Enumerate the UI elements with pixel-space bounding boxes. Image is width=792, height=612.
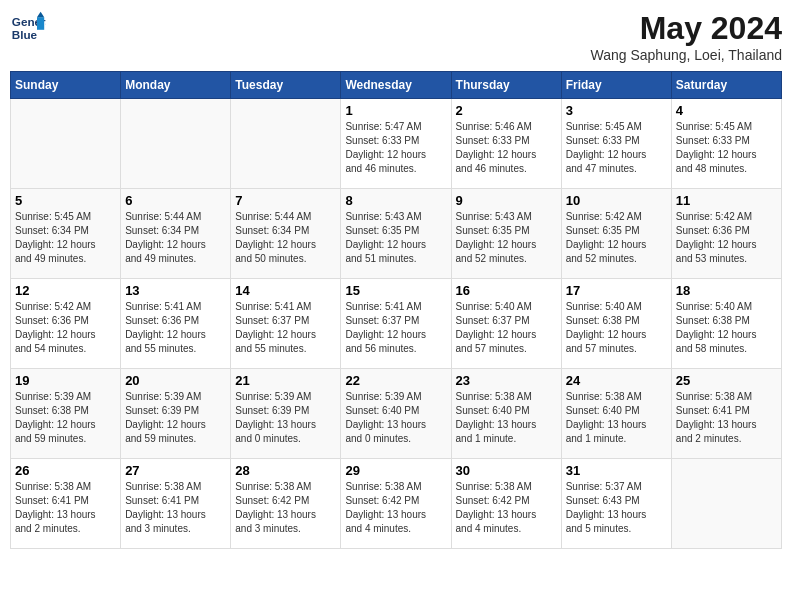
calendar-cell-1-3: 8Sunrise: 5:43 AM Sunset: 6:35 PM Daylig… — [341, 189, 451, 279]
day-number: 11 — [676, 193, 777, 208]
day-number: 7 — [235, 193, 336, 208]
calendar-cell-2-4: 16Sunrise: 5:40 AM Sunset: 6:37 PM Dayli… — [451, 279, 561, 369]
calendar-cell-3-0: 19Sunrise: 5:39 AM Sunset: 6:38 PM Dayli… — [11, 369, 121, 459]
calendar-cell-0-2 — [231, 99, 341, 189]
day-number: 18 — [676, 283, 777, 298]
day-info: Sunrise: 5:45 AM Sunset: 6:34 PM Dayligh… — [15, 210, 116, 266]
header-wednesday: Wednesday — [341, 72, 451, 99]
day-info: Sunrise: 5:38 AM Sunset: 6:41 PM Dayligh… — [125, 480, 226, 536]
day-number: 31 — [566, 463, 667, 478]
day-info: Sunrise: 5:44 AM Sunset: 6:34 PM Dayligh… — [125, 210, 226, 266]
day-info: Sunrise: 5:38 AM Sunset: 6:41 PM Dayligh… — [15, 480, 116, 536]
day-info: Sunrise: 5:44 AM Sunset: 6:34 PM Dayligh… — [235, 210, 336, 266]
calendar-cell-1-0: 5Sunrise: 5:45 AM Sunset: 6:34 PM Daylig… — [11, 189, 121, 279]
day-info: Sunrise: 5:39 AM Sunset: 6:39 PM Dayligh… — [125, 390, 226, 446]
day-info: Sunrise: 5:39 AM Sunset: 6:39 PM Dayligh… — [235, 390, 336, 446]
calendar-cell-2-2: 14Sunrise: 5:41 AM Sunset: 6:37 PM Dayli… — [231, 279, 341, 369]
day-info: Sunrise: 5:40 AM Sunset: 6:38 PM Dayligh… — [566, 300, 667, 356]
day-number: 19 — [15, 373, 116, 388]
calendar-table: Sunday Monday Tuesday Wednesday Thursday… — [10, 71, 782, 549]
calendar-cell-4-1: 27Sunrise: 5:38 AM Sunset: 6:41 PM Dayli… — [121, 459, 231, 549]
day-number: 10 — [566, 193, 667, 208]
day-info: Sunrise: 5:40 AM Sunset: 6:38 PM Dayligh… — [676, 300, 777, 356]
calendar-cell-0-0 — [11, 99, 121, 189]
weekday-header-row: Sunday Monday Tuesday Wednesday Thursday… — [11, 72, 782, 99]
calendar-cell-2-5: 17Sunrise: 5:40 AM Sunset: 6:38 PM Dayli… — [561, 279, 671, 369]
day-number: 27 — [125, 463, 226, 478]
day-number: 22 — [345, 373, 446, 388]
calendar-cell-3-2: 21Sunrise: 5:39 AM Sunset: 6:39 PM Dayli… — [231, 369, 341, 459]
calendar-cell-1-6: 11Sunrise: 5:42 AM Sunset: 6:36 PM Dayli… — [671, 189, 781, 279]
day-info: Sunrise: 5:43 AM Sunset: 6:35 PM Dayligh… — [456, 210, 557, 266]
calendar-cell-3-5: 24Sunrise: 5:38 AM Sunset: 6:40 PM Dayli… — [561, 369, 671, 459]
page-header: General Blue May 2024 Wang Saphung, Loei… — [10, 10, 782, 63]
week-row-5: 26Sunrise: 5:38 AM Sunset: 6:41 PM Dayli… — [11, 459, 782, 549]
logo: General Blue — [10, 10, 46, 46]
day-info: Sunrise: 5:42 AM Sunset: 6:36 PM Dayligh… — [676, 210, 777, 266]
calendar-cell-3-4: 23Sunrise: 5:38 AM Sunset: 6:40 PM Dayli… — [451, 369, 561, 459]
calendar-cell-3-6: 25Sunrise: 5:38 AM Sunset: 6:41 PM Dayli… — [671, 369, 781, 459]
calendar-cell-0-4: 2Sunrise: 5:46 AM Sunset: 6:33 PM Daylig… — [451, 99, 561, 189]
location: Wang Saphung, Loei, Thailand — [591, 47, 782, 63]
day-number: 14 — [235, 283, 336, 298]
header-saturday: Saturday — [671, 72, 781, 99]
day-info: Sunrise: 5:38 AM Sunset: 6:41 PM Dayligh… — [676, 390, 777, 446]
day-info: Sunrise: 5:42 AM Sunset: 6:35 PM Dayligh… — [566, 210, 667, 266]
day-info: Sunrise: 5:45 AM Sunset: 6:33 PM Dayligh… — [676, 120, 777, 176]
calendar-cell-0-1 — [121, 99, 231, 189]
day-info: Sunrise: 5:37 AM Sunset: 6:43 PM Dayligh… — [566, 480, 667, 536]
header-friday: Friday — [561, 72, 671, 99]
svg-text:Blue: Blue — [12, 28, 38, 41]
day-info: Sunrise: 5:47 AM Sunset: 6:33 PM Dayligh… — [345, 120, 446, 176]
day-info: Sunrise: 5:38 AM Sunset: 6:42 PM Dayligh… — [456, 480, 557, 536]
title-section: May 2024 Wang Saphung, Loei, Thailand — [591, 10, 782, 63]
calendar-cell-2-6: 18Sunrise: 5:40 AM Sunset: 6:38 PM Dayli… — [671, 279, 781, 369]
day-number: 23 — [456, 373, 557, 388]
day-number: 24 — [566, 373, 667, 388]
day-number: 28 — [235, 463, 336, 478]
day-info: Sunrise: 5:38 AM Sunset: 6:42 PM Dayligh… — [235, 480, 336, 536]
header-thursday: Thursday — [451, 72, 561, 99]
day-info: Sunrise: 5:38 AM Sunset: 6:42 PM Dayligh… — [345, 480, 446, 536]
day-number: 4 — [676, 103, 777, 118]
calendar-cell-3-1: 20Sunrise: 5:39 AM Sunset: 6:39 PM Dayli… — [121, 369, 231, 459]
calendar-cell-0-5: 3Sunrise: 5:45 AM Sunset: 6:33 PM Daylig… — [561, 99, 671, 189]
day-number: 15 — [345, 283, 446, 298]
header-monday: Monday — [121, 72, 231, 99]
day-info: Sunrise: 5:38 AM Sunset: 6:40 PM Dayligh… — [456, 390, 557, 446]
day-info: Sunrise: 5:45 AM Sunset: 6:33 PM Dayligh… — [566, 120, 667, 176]
calendar-cell-0-6: 4Sunrise: 5:45 AM Sunset: 6:33 PM Daylig… — [671, 99, 781, 189]
calendar-cell-4-5: 31Sunrise: 5:37 AM Sunset: 6:43 PM Dayli… — [561, 459, 671, 549]
calendar-cell-3-3: 22Sunrise: 5:39 AM Sunset: 6:40 PM Dayli… — [341, 369, 451, 459]
calendar-cell-4-2: 28Sunrise: 5:38 AM Sunset: 6:42 PM Dayli… — [231, 459, 341, 549]
day-info: Sunrise: 5:42 AM Sunset: 6:36 PM Dayligh… — [15, 300, 116, 356]
day-number: 21 — [235, 373, 336, 388]
day-number: 29 — [345, 463, 446, 478]
week-row-4: 19Sunrise: 5:39 AM Sunset: 6:38 PM Dayli… — [11, 369, 782, 459]
day-info: Sunrise: 5:39 AM Sunset: 6:40 PM Dayligh… — [345, 390, 446, 446]
day-number: 13 — [125, 283, 226, 298]
day-number: 16 — [456, 283, 557, 298]
header-tuesday: Tuesday — [231, 72, 341, 99]
day-number: 17 — [566, 283, 667, 298]
day-info: Sunrise: 5:40 AM Sunset: 6:37 PM Dayligh… — [456, 300, 557, 356]
calendar-cell-2-1: 13Sunrise: 5:41 AM Sunset: 6:36 PM Dayli… — [121, 279, 231, 369]
week-row-2: 5Sunrise: 5:45 AM Sunset: 6:34 PM Daylig… — [11, 189, 782, 279]
day-number: 3 — [566, 103, 667, 118]
day-info: Sunrise: 5:39 AM Sunset: 6:38 PM Dayligh… — [15, 390, 116, 446]
day-info: Sunrise: 5:41 AM Sunset: 6:37 PM Dayligh… — [345, 300, 446, 356]
day-info: Sunrise: 5:38 AM Sunset: 6:40 PM Dayligh… — [566, 390, 667, 446]
day-number: 1 — [345, 103, 446, 118]
day-number: 8 — [345, 193, 446, 208]
day-info: Sunrise: 5:41 AM Sunset: 6:37 PM Dayligh… — [235, 300, 336, 356]
calendar-cell-2-3: 15Sunrise: 5:41 AM Sunset: 6:37 PM Dayli… — [341, 279, 451, 369]
calendar-cell-4-4: 30Sunrise: 5:38 AM Sunset: 6:42 PM Dayli… — [451, 459, 561, 549]
header-sunday: Sunday — [11, 72, 121, 99]
calendar-cell-1-1: 6Sunrise: 5:44 AM Sunset: 6:34 PM Daylig… — [121, 189, 231, 279]
svg-marker-2 — [37, 17, 44, 30]
day-number: 12 — [15, 283, 116, 298]
calendar-cell-4-3: 29Sunrise: 5:38 AM Sunset: 6:42 PM Dayli… — [341, 459, 451, 549]
week-row-1: 1Sunrise: 5:47 AM Sunset: 6:33 PM Daylig… — [11, 99, 782, 189]
day-number: 26 — [15, 463, 116, 478]
day-info: Sunrise: 5:41 AM Sunset: 6:36 PM Dayligh… — [125, 300, 226, 356]
